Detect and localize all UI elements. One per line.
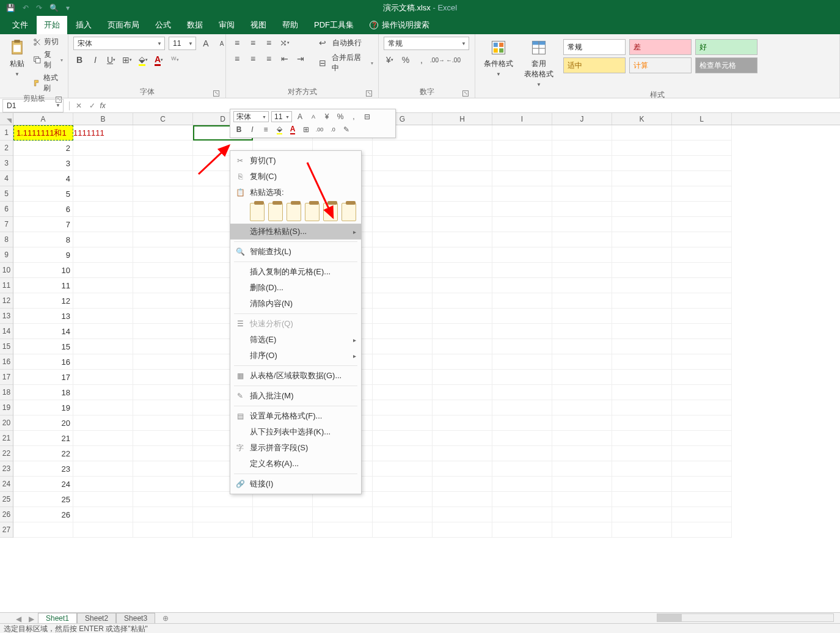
cell-J7[interactable]: [552, 217, 612, 232]
cell-C10[interactable]: [133, 263, 193, 278]
cell-L9[interactable]: [672, 247, 732, 263]
style-normal[interactable]: 常规: [563, 39, 626, 55]
cell-H25[interactable]: [433, 492, 492, 507]
cell-A20[interactable]: 20: [13, 415, 73, 431]
ctx-pick-from-list[interactable]: 从下拉列表中选择(K)...: [230, 424, 361, 440]
cell-G23[interactable]: [373, 461, 433, 477]
col-header-I[interactable]: I: [492, 113, 552, 125]
ctx-define-name[interactable]: 定义名称(A)...: [230, 456, 361, 472]
cell-C25[interactable]: [133, 492, 193, 507]
cell-J26[interactable]: [552, 507, 612, 522]
decrease-decimal-icon[interactable]: ←.00: [447, 54, 459, 66]
row-header-2[interactable]: 2: [0, 141, 13, 156]
cell-K6[interactable]: [612, 202, 672, 217]
cut-button[interactable]: 剪切: [33, 37, 63, 47]
mini-size-select[interactable]: 11▼: [271, 111, 292, 122]
mini-fill-icon[interactable]: ⬙: [274, 124, 285, 135]
cell-J19[interactable]: [552, 400, 612, 415]
cell-K24[interactable]: [612, 477, 672, 492]
mini-bold-icon[interactable]: B: [233, 124, 244, 135]
increase-font-icon[interactable]: A: [200, 37, 212, 49]
row-header-18[interactable]: 18: [0, 385, 13, 400]
ctx-get-data[interactable]: ▦从表格/区域获取数据(G)...: [230, 368, 361, 384]
mini-accounting-icon[interactable]: ¥: [321, 111, 332, 122]
sheet-nav-prev-icon[interactable]: ◀: [12, 615, 25, 623]
sheet-nav-next-icon[interactable]: ▶: [25, 615, 38, 623]
cell-B27[interactable]: [73, 522, 133, 538]
cell-G15[interactable]: [373, 339, 433, 354]
cell-L10[interactable]: [672, 263, 732, 278]
comma-icon[interactable]: ,: [415, 54, 428, 66]
row-header-14[interactable]: 14: [0, 324, 13, 339]
row-header-17[interactable]: 17: [0, 370, 13, 385]
cell-K23[interactable]: [612, 461, 672, 477]
cell-I11[interactable]: [492, 278, 552, 293]
cell-C20[interactable]: [133, 415, 193, 431]
percent-icon[interactable]: %: [400, 54, 412, 66]
cell-H7[interactable]: [433, 217, 492, 232]
qat-custom-icon[interactable]: ▾: [66, 4, 70, 12]
cell-C11[interactable]: [133, 278, 193, 293]
row-header-19[interactable]: 19: [0, 400, 13, 415]
cell-A17[interactable]: 17: [13, 370, 73, 385]
fill-color-button[interactable]: ⬙ ▾: [137, 54, 149, 66]
cell-B9[interactable]: [73, 247, 133, 263]
cell-I5[interactable]: [492, 186, 552, 202]
cell-H1[interactable]: [433, 125, 492, 141]
cell-I18[interactable]: [492, 385, 552, 400]
format-as-table-button[interactable]: 套用 表格格式▼: [520, 37, 557, 90]
cell-C4[interactable]: [133, 171, 193, 186]
cell-K27[interactable]: [612, 522, 672, 538]
cell-B19[interactable]: [73, 400, 133, 415]
cell-B26[interactable]: [73, 507, 133, 522]
cell-A22[interactable]: 22: [13, 446, 73, 461]
row-header-13[interactable]: 13: [0, 309, 13, 324]
cell-G20[interactable]: [373, 415, 433, 431]
mini-dec-decimal-icon[interactable]: .0: [327, 124, 338, 135]
cell-A13[interactable]: 13: [13, 309, 73, 324]
row-header-25[interactable]: 25: [0, 492, 13, 507]
tab-layout[interactable]: 页面布局: [100, 16, 147, 34]
conditional-format-button[interactable]: 条件格式▼: [480, 37, 517, 79]
tell-me[interactable]: ❓操作说明搜索: [362, 16, 437, 34]
cell-A16[interactable]: 16: [13, 354, 73, 370]
cell-K1[interactable]: [612, 125, 672, 141]
cell-J14[interactable]: [552, 324, 612, 339]
mini-percent-icon[interactable]: %: [335, 111, 346, 122]
indent-increase-icon[interactable]: ⇥: [294, 53, 307, 65]
cell-L8[interactable]: [672, 232, 732, 247]
cell-G2[interactable]: [373, 141, 433, 156]
cell-G6[interactable]: [373, 202, 433, 217]
cell-I22[interactable]: [492, 446, 552, 461]
tab-insert[interactable]: 插入: [68, 16, 99, 34]
tab-help[interactable]: 帮助: [275, 16, 305, 34]
cell-A18[interactable]: 18: [13, 385, 73, 400]
cell-A10[interactable]: 10: [13, 263, 73, 278]
cell-L2[interactable]: [672, 141, 732, 156]
cell-J24[interactable]: [552, 477, 612, 492]
row-header-16[interactable]: 16: [0, 354, 13, 370]
cell-L23[interactable]: [672, 461, 732, 477]
cell-H12[interactable]: [433, 293, 492, 309]
cell-K5[interactable]: [612, 186, 672, 202]
cell-B15[interactable]: [73, 339, 133, 354]
font-name-select[interactable]: 宋体▼: [73, 37, 165, 50]
cell-I15[interactable]: [492, 339, 552, 354]
col-header-J[interactable]: J: [552, 113, 612, 125]
row-header-21[interactable]: 21: [0, 431, 13, 446]
cell-A24[interactable]: 24: [13, 477, 73, 492]
font-size-select[interactable]: 11▼: [169, 37, 196, 50]
align-left-icon[interactable]: ≡: [231, 53, 243, 65]
cell-G14[interactable]: [373, 324, 433, 339]
cell-A9[interactable]: 9: [13, 247, 73, 263]
row-header-1[interactable]: 1: [0, 125, 13, 141]
paste-all-icon[interactable]: [250, 203, 265, 221]
cell-F26[interactable]: [313, 507, 373, 522]
font-color-button[interactable]: A ▾: [153, 54, 165, 66]
cell-B5[interactable]: [73, 186, 133, 202]
cell-C24[interactable]: [133, 477, 193, 492]
increase-decimal-icon[interactable]: .00→: [431, 54, 444, 66]
ctx-sort[interactable]: 排序(O)▸: [230, 348, 361, 364]
cell-A1[interactable]: 1.1111111和1: [13, 125, 73, 141]
cell-L1[interactable]: [672, 125, 732, 141]
